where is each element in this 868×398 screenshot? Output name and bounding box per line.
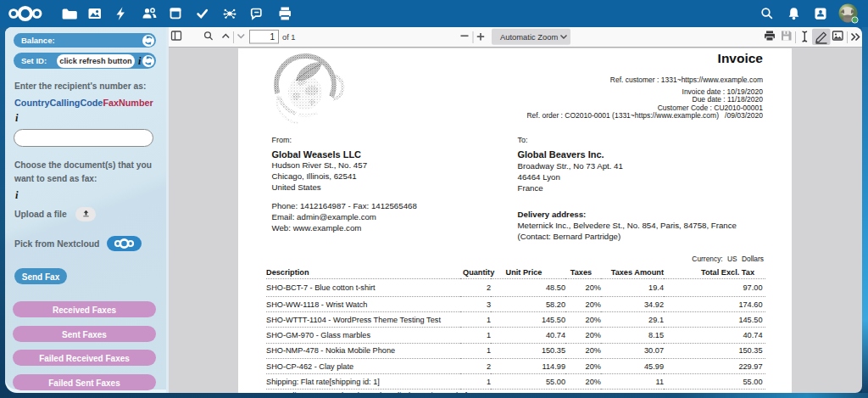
svg-text:of 1: of 1 (282, 33, 296, 42)
svg-text:Automatic Zoom: Automatic Zoom (500, 32, 558, 42)
svg-text:1: 1 (270, 32, 275, 42)
